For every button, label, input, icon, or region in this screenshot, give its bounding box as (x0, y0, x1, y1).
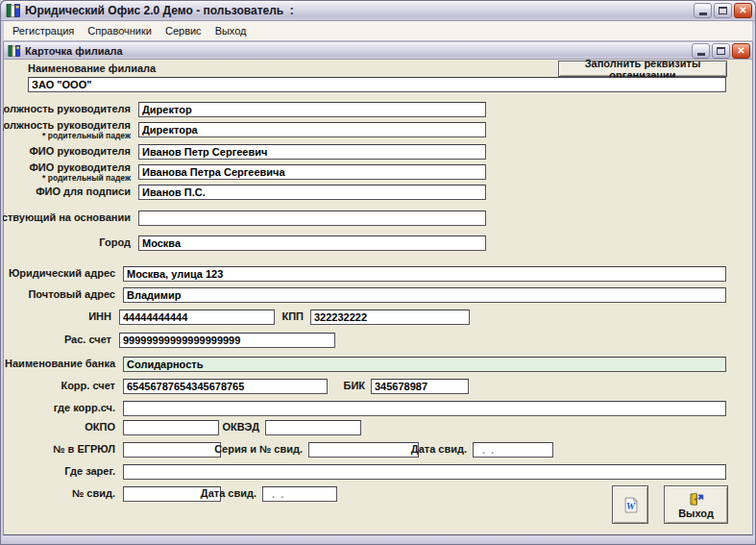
registration-place-input[interactable] (123, 464, 726, 480)
inn-label: ИНН (88, 311, 111, 322)
fill-requisites-button[interactable]: Заполнить реквизиты организации (558, 61, 727, 77)
child-close-button[interactable]: ✕ (732, 43, 750, 59)
acting-basis-label: Действующий на основании (0, 212, 131, 223)
minimize-icon (697, 53, 705, 56)
bank-name-input[interactable] (123, 357, 726, 372)
menu-item-registration[interactable]: Регистрация (6, 22, 81, 39)
exit-door-icon (689, 491, 704, 507)
corr-account-label: Корр. счет (61, 381, 115, 391)
head-fio-gen-label-main: ФИО руководителя (29, 161, 131, 173)
svg-text:W: W (625, 501, 636, 511)
registration-place-label: Где зарег. (64, 466, 115, 477)
okved-label: ОКВЭД (222, 422, 259, 433)
exit-button[interactable]: Выход (664, 485, 728, 524)
cert-date-2-label: Дата свид. (201, 488, 256, 499)
cert-series-number-label: Серия и № свид. (214, 444, 303, 455)
city-label: Город (99, 237, 131, 248)
signature-fio-label: ФИО для подписи (36, 186, 131, 197)
exit-button-label: Выход (678, 508, 714, 519)
branch-card-form: Заполнить реквизиты организации Наименов… (3, 60, 753, 535)
maximize-icon (717, 47, 725, 55)
books-icon (6, 3, 21, 18)
bank-name-label: Наименование банка (5, 359, 115, 369)
menu-bar: Регистрация Справочники Сервис Выход (3, 21, 753, 41)
maximize-button[interactable] (714, 3, 732, 18)
corr-location-input[interactable] (123, 401, 726, 416)
export-word-button[interactable]: W (612, 485, 648, 524)
child-window-controls: ✕ (690, 43, 750, 59)
close-button[interactable]: ✕ (734, 3, 752, 18)
egrul-number-input[interactable] (123, 442, 221, 458)
window-left-edge (0, 21, 3, 545)
kpp-input[interactable] (310, 310, 470, 325)
word-document-icon: W (622, 497, 639, 513)
main-window-title: Юридический Офис 2.0 Демо - пользователь… (25, 4, 692, 17)
minimize-icon (699, 12, 707, 15)
settlement-account-input[interactable] (119, 333, 335, 348)
child-window-title: Карточка филиала (25, 45, 690, 57)
main-window-controls: ✕ (692, 3, 752, 18)
branch-name-input[interactable] (28, 77, 726, 92)
menu-item-service[interactable]: Сервис (159, 22, 208, 39)
menu-item-exit[interactable]: Выход (208, 22, 254, 39)
egrul-number-label: № в ЕГРЮЛ (53, 444, 115, 455)
head-fio-gen-label-sub: * родительный падеж (29, 174, 131, 183)
okved-input[interactable] (265, 420, 361, 435)
postal-address-label: Почтовый адрес (28, 289, 115, 300)
acting-basis-input[interactable] (138, 211, 486, 226)
head-fio-label: ФИО руководителя (29, 146, 131, 157)
signature-fio-input[interactable] (138, 185, 486, 200)
cert-series-number-input[interactable] (308, 442, 419, 458)
head-fio-input[interactable] (138, 144, 486, 160)
head-position-gen-input[interactable] (138, 122, 486, 137)
head-fio-gen-label: ФИО руководителя * родительный падеж (29, 162, 131, 183)
head-position-label: Должность руководителя (0, 104, 131, 114)
postal-address-input[interactable] (123, 287, 726, 303)
legal-address-label: Юридический адрес (9, 268, 115, 279)
corr-account-input[interactable] (123, 379, 328, 394)
settlement-account-label: Рас. счет (64, 334, 111, 345)
menu-item-directories[interactable]: Справочники (81, 22, 159, 39)
window-bottom-edge (0, 535, 756, 545)
legal-address-input[interactable] (123, 266, 726, 282)
cert-number-label: № свид. (72, 488, 115, 499)
cert-date-2-input[interactable] (262, 486, 337, 502)
cert-date-input[interactable] (473, 442, 553, 458)
city-input[interactable] (138, 235, 486, 251)
head-position-gen-label: Должность руководителя * родительный пад… (0, 120, 131, 140)
application-window: Юридический Офис 2.0 Демо - пользователь… (0, 0, 756, 545)
books-icon (8, 44, 21, 58)
head-position-gen-label-main: Должность руководителя (0, 119, 131, 131)
branch-name-label: Наименование филиала (28, 63, 156, 74)
bik-label: БИК (343, 381, 365, 391)
bik-input[interactable] (371, 379, 469, 394)
child-minimize-button[interactable] (692, 43, 710, 59)
okpo-label: ОКПО (85, 422, 115, 433)
cert-date-label: Дата свид. (411, 444, 467, 455)
minimize-button[interactable] (694, 3, 712, 18)
maximize-icon (719, 7, 727, 14)
head-fio-gen-input[interactable] (138, 164, 486, 180)
head-position-input[interactable] (138, 102, 486, 117)
inn-input[interactable] (119, 310, 275, 325)
kpp-label: КПП (281, 311, 304, 322)
head-position-gen-label-sub: * родительный падеж (0, 132, 131, 140)
okpo-input[interactable] (123, 420, 219, 435)
corr-location-label: где корр.сч. (54, 403, 115, 413)
child-maximize-button[interactable] (712, 43, 730, 59)
main-titlebar[interactable]: Юридический Офис 2.0 Демо - пользователь… (0, 0, 756, 21)
